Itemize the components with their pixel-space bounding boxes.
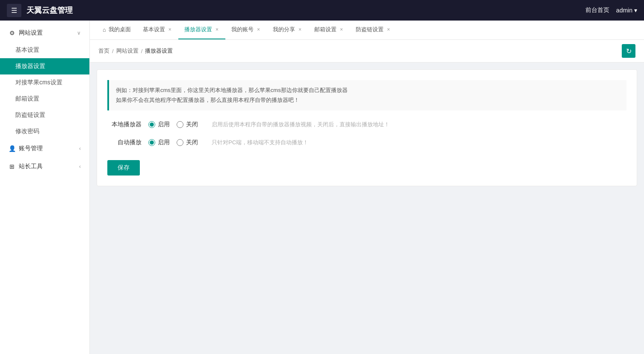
auto-play-enable-option[interactable]: 启用 — [148, 139, 170, 146]
sidebar-label-apple-cms: 对接苹果cms设置 — [15, 79, 62, 86]
tab-label-desktop: 我的桌面 — [109, 26, 131, 33]
tab-email-settings[interactable]: 邮箱设置 × — [308, 21, 350, 39]
tab-my-share[interactable]: 我的分享 × — [267, 21, 308, 39]
tab-label-player-settings: 播放器设置 — [184, 26, 212, 33]
sidebar-item-webmaster-tools[interactable]: ⊞ 站长工具 ‹ — [0, 158, 89, 176]
sidebar-item-inner-tools: ⊞ 站长工具 — [9, 163, 43, 170]
breadcrumb-home[interactable]: 首页 — [98, 47, 109, 55]
local-player-disable-radio[interactable] — [177, 121, 183, 128]
app-title: 天翼云盘管理 — [27, 5, 73, 15]
tab-label-basic-settings: 基本设置 — [143, 26, 165, 33]
tab-label-my-account: 我的账号 — [231, 26, 254, 33]
tab-close-my-account[interactable]: × — [256, 26, 261, 33]
tools-icon: ⊞ — [9, 163, 15, 170]
tab-label-email-settings: 邮箱设置 — [314, 26, 337, 33]
tabs-wrapper: ⌂ 我的桌面 基本设置 × 播放器设置 × 我的账号 × — [90, 21, 644, 40]
home-icon: ⌂ — [103, 27, 106, 33]
sidebar-item-inner: ⚙ 网站设置 — [9, 29, 43, 37]
account-icon: 👤 — [9, 145, 15, 152]
auto-play-disable-label: 关闭 — [186, 139, 198, 146]
local-player-enable-option[interactable]: 启用 — [148, 121, 170, 128]
notice-line1: 例如：对接到苹果cms里面，你这里关闭本地播放器，那么苹果cms那边你就要自己配… — [116, 85, 620, 95]
tab-label-hotlink-settings: 防盗链设置 — [356, 26, 384, 33]
header: ☰ 天翼云盘管理 前台首页 admin ▾ — [0, 0, 644, 21]
local-player-label: 本地播放器 — [107, 121, 142, 128]
save-button[interactable]: 保存 — [107, 160, 140, 176]
menu-icon: ☰ — [11, 7, 17, 14]
tab-hotlink-settings[interactable]: 防盗链设置 × — [350, 21, 397, 39]
sidebar: ⚙ 网站设置 ∨ 基本设置 播放器设置 对接苹果cms设置 邮箱设置 防盗链设置… — [0, 21, 90, 354]
chevron-right-icon: ‹ — [79, 146, 81, 152]
tab-desktop[interactable]: ⌂ 我的桌面 — [97, 21, 137, 39]
sidebar-item-player-settings[interactable]: 播放器设置 — [0, 58, 89, 74]
auto-play-hint: 只针对PC端，移动端不支持自动播放！ — [212, 139, 308, 146]
notice-box: 例如：对接到苹果cms里面，你这里关闭本地播放器，那么苹果cms那边你就要自己配… — [107, 80, 626, 110]
sidebar-label-player-settings: 播放器设置 — [15, 62, 45, 70]
notice-line2: 如果你不会在其他程序中配置播放器，那么直接用本程序自带的播放器吧！ — [116, 95, 620, 105]
local-player-enable-radio[interactable] — [148, 121, 155, 128]
sidebar-item-website-settings[interactable]: ⚙ 网站设置 ∨ — [0, 24, 89, 42]
tabs-bar: ⌂ 我的桌面 基本设置 × 播放器设置 × 我的账号 × — [90, 21, 644, 40]
auto-play-row: 自动播放 启用 关闭 只针对PC端，移动端不支持自动播放！ — [107, 139, 626, 146]
tab-close-my-share[interactable]: × — [298, 26, 302, 33]
auto-play-enable-radio[interactable] — [148, 139, 155, 146]
main-content: ⌂ 我的桌面 基本设置 × 播放器设置 × 我的账号 × — [90, 21, 644, 354]
local-player-hint: 启用后使用本程序自带的播放器播放视频，关闭后，直接输出播放地址！ — [212, 121, 390, 128]
front-link[interactable]: 前台首页 — [585, 6, 609, 14]
local-player-disable-label: 关闭 — [186, 121, 198, 128]
sidebar-item-apple-cms-settings[interactable]: 对接苹果cms设置 — [0, 74, 89, 91]
tab-basic-settings[interactable]: 基本设置 × — [137, 21, 178, 39]
chevron-right-icon-2: ‹ — [79, 164, 81, 170]
auto-play-label: 自动播放 — [107, 139, 142, 146]
tab-close-email-settings[interactable]: × — [339, 26, 344, 33]
breadcrumb-current: 播放器设置 — [145, 47, 173, 55]
sidebar-item-email-settings[interactable]: 邮箱设置 — [0, 91, 89, 107]
tab-label-my-share: 我的分享 — [273, 26, 295, 33]
username: admin — [616, 7, 632, 14]
sidebar-label-webmaster-tools: 站长工具 — [19, 163, 43, 170]
auto-play-enable-label: 启用 — [158, 139, 170, 146]
breadcrumb: 首页 / 网站设置 / 播放器设置 ↻ — [90, 40, 644, 62]
sidebar-label-hotlink-settings: 防盗链设置 — [15, 111, 45, 119]
breadcrumb-sep-1: / — [112, 48, 114, 54]
user-menu[interactable]: admin ▾ — [616, 7, 637, 14]
settings-icon: ⚙ — [9, 30, 15, 36]
sidebar-label-website-settings: 网站设置 — [19, 29, 43, 37]
sidebar-label-email-settings: 邮箱设置 — [15, 95, 39, 103]
breadcrumb-sep-2: / — [141, 48, 143, 54]
sidebar-item-basic-settings[interactable]: 基本设置 — [0, 42, 89, 58]
tab-close-basic-settings[interactable]: × — [168, 26, 172, 33]
menu-toggle-button[interactable]: ☰ — [7, 4, 21, 17]
breadcrumb-website-settings[interactable]: 网站设置 — [116, 47, 139, 55]
auto-play-disable-radio[interactable] — [177, 139, 183, 146]
user-dropdown-icon: ▾ — [634, 7, 637, 14]
tab-player-settings[interactable]: 播放器设置 × — [178, 21, 225, 39]
sidebar-label-change-password: 修改密码 — [15, 128, 39, 135]
sidebar-label-basic-settings: 基本设置 — [15, 46, 39, 54]
sidebar-item-hotlink-settings[interactable]: 防盗链设置 — [0, 107, 89, 123]
layout: ⚙ 网站设置 ∨ 基本设置 播放器设置 对接苹果cms设置 邮箱设置 防盗链设置… — [0, 21, 644, 354]
sidebar-label-account-management: 账号管理 — [19, 145, 43, 152]
breadcrumb-nav: 首页 / 网站设置 / 播放器设置 — [98, 47, 173, 55]
content-panel: 例如：对接到苹果cms里面，你这里关闭本地播放器，那么苹果cms那边你就要自己配… — [97, 69, 637, 186]
header-right: 前台首页 admin ▾ — [585, 6, 637, 14]
tab-close-player-settings[interactable]: × — [215, 26, 219, 33]
tab-close-hotlink-settings[interactable]: × — [386, 26, 391, 33]
sidebar-item-inner-account: 👤 账号管理 — [9, 145, 43, 152]
local-player-radio-group: 启用 关闭 — [148, 121, 198, 128]
sidebar-item-account-management[interactable]: 👤 账号管理 ‹ — [0, 140, 89, 158]
chevron-down-icon: ∨ — [77, 30, 81, 36]
auto-play-disable-option[interactable]: 关闭 — [177, 139, 198, 146]
refresh-button[interactable]: ↻ — [622, 44, 635, 58]
sidebar-item-change-password[interactable]: 修改密码 — [0, 123, 89, 140]
auto-play-radio-group: 启用 关闭 — [148, 139, 198, 146]
local-player-enable-label: 启用 — [158, 121, 170, 128]
tab-my-account[interactable]: 我的账号 × — [225, 21, 267, 39]
local-player-row: 本地播放器 启用 关闭 启用后使用本程序自带的播放器播放视频，关闭后，直接输出播… — [107, 121, 626, 128]
local-player-disable-option[interactable]: 关闭 — [177, 121, 198, 128]
save-row: 保存 — [107, 157, 626, 176]
header-left: ☰ 天翼云盘管理 — [7, 4, 73, 17]
